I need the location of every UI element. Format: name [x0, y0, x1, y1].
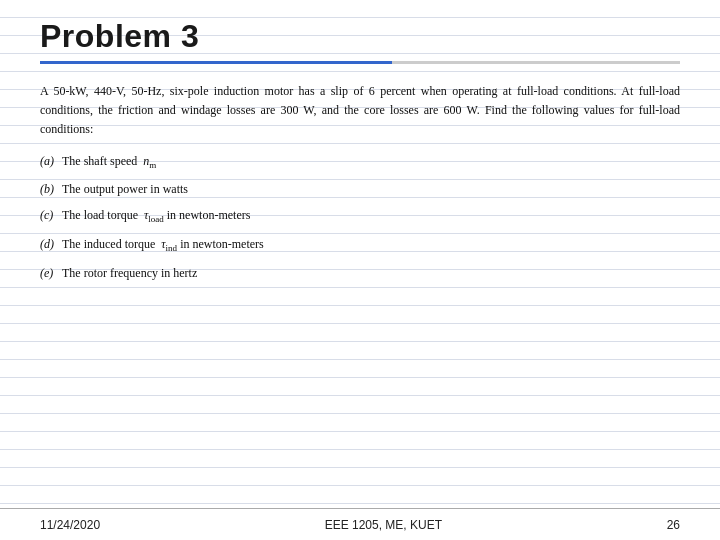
item-text-c: The load torque τload in newton-meters — [62, 206, 680, 227]
list-item: (d) The induced torque τind in newton-me… — [40, 235, 680, 256]
footer-date: 11/24/2020 — [40, 518, 100, 532]
item-label-c: (c) — [40, 206, 62, 224]
footer: 11/24/2020 EEE 1205, ME, KUET 26 — [0, 508, 720, 540]
item-label-d: (d) — [40, 235, 62, 253]
item-label-b: (b) — [40, 180, 62, 198]
title-area: Problem 3 — [0, 0, 720, 64]
item-label-a: (a) — [40, 152, 62, 170]
footer-page: 26 — [667, 518, 680, 532]
list-item: (e) The rotor frequency in hertz — [40, 264, 680, 282]
list-item: (c) The load torque τload in newton-mete… — [40, 206, 680, 227]
slide-content: Problem 3 A 50-kW, 440-V, 50-Hz, six-pol… — [0, 0, 720, 540]
list-item: (a) The shaft speed nm — [40, 152, 680, 173]
slide-title: Problem 3 — [40, 18, 680, 55]
problem-items: (a) The shaft speed nm (b) The output po… — [40, 152, 680, 283]
item-label-e: (e) — [40, 264, 62, 282]
main-content: A 50-kW, 440-V, 50-Hz, six-pole inductio… — [0, 64, 720, 540]
item-text-e: The rotor frequency in hertz — [62, 264, 680, 282]
item-text-d: The induced torque τind in newton-meters — [62, 235, 680, 256]
footer-center: EEE 1205, ME, KUET — [325, 518, 442, 532]
item-text-a: The shaft speed nm — [62, 152, 680, 173]
problem-statement: A 50-kW, 440-V, 50-Hz, six-pole inductio… — [40, 82, 680, 140]
slide: Problem 3 A 50-kW, 440-V, 50-Hz, six-pol… — [0, 0, 720, 540]
list-item: (b) The output power in watts — [40, 180, 680, 198]
item-text-b: The output power in watts — [62, 180, 680, 198]
